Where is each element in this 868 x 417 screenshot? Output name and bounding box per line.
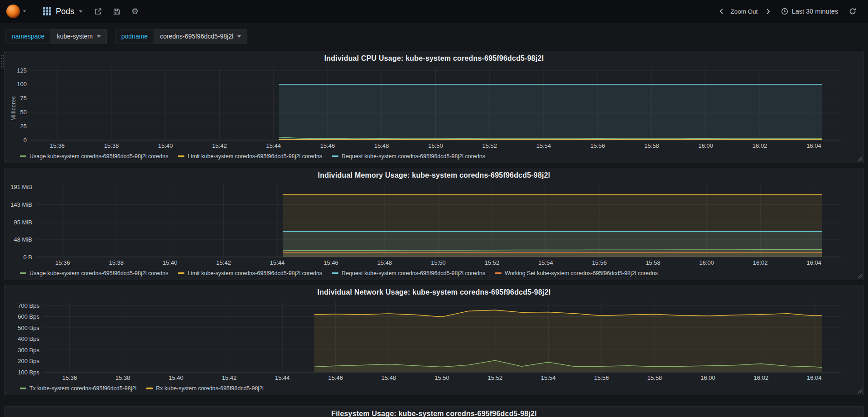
svg-text:16:00: 16:00 <box>699 142 714 149</box>
panel-title[interactable]: Filesystem Usage: kube-system coredns-69… <box>9 407 859 417</box>
legend-swatch-icon <box>178 272 184 274</box>
legend-series-toggle[interactable]: Rx kube-system coredns-695f96dcd5-98j2l <box>146 385 264 392</box>
panel-resize-handle-icon[interactable] <box>857 156 862 161</box>
svg-text:16:02: 16:02 <box>754 374 769 381</box>
legend-swatch-icon <box>332 155 338 157</box>
svg-text:15:36: 15:36 <box>62 374 77 381</box>
network-legend: Tx kube-system coredns-695f96dcd5-98j2lR… <box>9 384 859 394</box>
panel-cpu-usage: Individual CPU Usage: kube-system coredn… <box>4 51 864 163</box>
svg-text:16:02: 16:02 <box>753 259 768 266</box>
svg-text:500 Bps: 500 Bps <box>18 325 39 331</box>
save-button[interactable] <box>108 5 125 19</box>
caret-down-icon <box>79 10 82 13</box>
svg-text:48 MiB: 48 MiB <box>14 236 32 243</box>
legend-swatch-icon <box>178 155 184 157</box>
svg-text:15:54: 15:54 <box>536 142 551 149</box>
legend-swatch-icon <box>332 272 338 274</box>
legend-series-toggle[interactable]: Working Set kube-system coredns-695f96dc… <box>495 270 658 276</box>
svg-text:15:54: 15:54 <box>538 259 553 266</box>
svg-text:100: 100 <box>17 81 27 87</box>
svg-text:15:56: 15:56 <box>592 259 607 266</box>
svg-text:15:40: 15:40 <box>163 259 178 266</box>
legend-swatch-icon <box>20 155 26 157</box>
legend-series-toggle[interactable]: Usage kube-system coredns-695f96dcd5-98j… <box>20 153 168 160</box>
chart-plot: 15:3615:3815:4015:4215:4415:4615:4815:50… <box>9 65 859 152</box>
svg-text:15:50: 15:50 <box>431 259 446 266</box>
refresh-button[interactable] <box>844 5 861 18</box>
chart-plot: 15:3615:3815:4015:4215:4415:4615:4815:50… <box>9 299 859 384</box>
svg-text:15:46: 15:46 <box>323 259 338 266</box>
refresh-icon <box>849 8 856 15</box>
legend-series-toggle[interactable]: Tx kube-system coredns-695f96dcd5-98j2l <box>20 385 136 392</box>
svg-text:15:58: 15:58 <box>644 142 659 149</box>
svg-text:15:56: 15:56 <box>594 374 609 381</box>
svg-text:300 Bps: 300 Bps <box>18 347 39 354</box>
svg-text:15:38: 15:38 <box>116 374 130 381</box>
svg-text:15:42: 15:42 <box>216 259 231 266</box>
svg-text:125: 125 <box>17 67 27 74</box>
variable-namespace-value-dropdown[interactable]: kube-system <box>51 29 106 44</box>
legend-series-toggle[interactable]: Usage kube-system coredns-695f96dcd5-98j… <box>20 270 168 276</box>
dashboard-panels: Individual CPU Usage: kube-system coredn… <box>0 49 868 417</box>
svg-text:15:40: 15:40 <box>158 142 173 149</box>
time-range-picker[interactable]: Last 30 minutes <box>776 5 844 18</box>
dashboard-picker[interactable]: Pods <box>38 4 88 19</box>
legend-swatch-icon <box>20 272 26 274</box>
save-icon <box>113 8 121 15</box>
variable-namespace-label[interactable]: namespace <box>5 29 51 44</box>
panel-title[interactable]: Individual Memory Usage: kube-system cor… <box>9 168 859 182</box>
legend-series-toggle[interactable]: Limit kube-system coredns-695f96dcd5-98j… <box>178 153 322 160</box>
svg-text:50: 50 <box>20 109 27 116</box>
legend-series-toggle[interactable]: Request kube-system coredns-695f96dcd5-9… <box>332 153 485 160</box>
svg-text:75: 75 <box>20 95 27 102</box>
legend-series-toggle[interactable]: Request kube-system coredns-695f96dcd5-9… <box>332 270 485 276</box>
cpu-usage-chart[interactable]: 15:3615:3815:4015:4215:4415:4615:4815:50… <box>9 65 859 152</box>
navbar: Pods ⚙ Zoom Out <box>0 0 868 23</box>
grafana-menu-button[interactable] <box>5 3 29 20</box>
svg-text:15:44: 15:44 <box>275 374 290 381</box>
svg-text:15:44: 15:44 <box>270 259 285 266</box>
svg-text:15:48: 15:48 <box>381 374 396 381</box>
svg-text:15:58: 15:58 <box>647 374 662 381</box>
y-axis-label: Millicores <box>10 96 17 121</box>
legend-swatch-icon <box>146 388 153 389</box>
variable-podname-value-dropdown[interactable]: coredns-695f96dcd5-98j2l <box>154 29 247 44</box>
dashboard-title: Pods <box>56 7 74 16</box>
panel-title[interactable]: Individual CPU Usage: kube-system coredn… <box>9 51 859 65</box>
svg-text:15:48: 15:48 <box>377 259 392 266</box>
caret-down-icon <box>97 35 101 38</box>
variable-podname-value: coredns-695f96dcd5-98j2l <box>160 33 233 40</box>
variable-podname-label[interactable]: podname <box>115 29 154 44</box>
panel-resize-handle-icon[interactable] <box>857 273 862 278</box>
svg-text:600 Bps: 600 Bps <box>18 313 39 320</box>
network-usage-chart[interactable]: 15:3615:3815:4015:4215:4415:4615:4815:50… <box>9 299 859 384</box>
memory-legend: Usage kube-system coredns-695f96dcd5-98j… <box>9 269 859 279</box>
time-pan-right-button[interactable] <box>761 5 776 18</box>
settings-button[interactable]: ⚙ <box>127 5 143 18</box>
memory-usage-chart[interactable]: 15:3615:3815:4015:4215:4415:4615:4815:50… <box>9 182 859 269</box>
svg-text:700 Bps: 700 Bps <box>18 302 39 309</box>
svg-text:15:58: 15:58 <box>646 259 661 266</box>
svg-text:15:50: 15:50 <box>434 374 449 381</box>
variable-namespace-value: kube-system <box>57 33 92 40</box>
svg-text:0: 0 <box>24 137 27 144</box>
zoom-out-button[interactable]: Zoom Out <box>729 5 760 18</box>
panel-title[interactable]: Individual Network Usage: kube-system co… <box>9 285 859 299</box>
chevron-right-icon <box>765 8 771 15</box>
legend-series-toggle[interactable]: Limit kube-system coredns-695f96dcd5-98j… <box>178 270 322 276</box>
gear-icon: ⚙ <box>131 8 139 15</box>
share-button[interactable] <box>90 5 106 19</box>
svg-text:25: 25 <box>20 123 27 130</box>
svg-text:16:04: 16:04 <box>807 259 822 266</box>
panel-memory-usage: Individual Memory Usage: kube-system cor… <box>4 168 864 280</box>
panel-filesystem-usage: Filesystem Usage: kube-system coredns-69… <box>4 406 864 417</box>
caret-down-icon <box>23 10 26 12</box>
clock-icon <box>781 8 788 15</box>
panel-resize-handle-icon[interactable] <box>857 388 862 393</box>
time-pan-left-button[interactable] <box>714 5 729 18</box>
share-icon <box>94 8 102 15</box>
svg-text:15:40: 15:40 <box>169 374 183 381</box>
svg-text:143 MiB: 143 MiB <box>10 201 32 208</box>
cpu-legend: Usage kube-system coredns-695f96dcd5-98j… <box>9 152 859 162</box>
legend-swatch-icon <box>20 388 26 389</box>
